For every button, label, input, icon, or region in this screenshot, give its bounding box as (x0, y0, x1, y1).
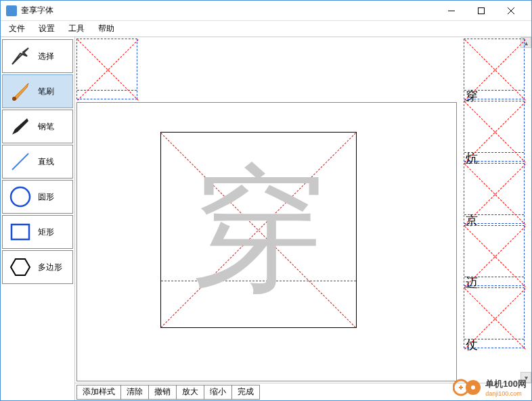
tool-polygon[interactable]: 多边形 (2, 250, 73, 284)
glyph-list-cell[interactable]: 仗 (464, 287, 525, 348)
svg-point-6 (11, 187, 30, 206)
toolbox: 选择 笔刷 钢笔 直线 圆形 矩形 (1, 37, 75, 400)
svg-rect-1 (479, 7, 485, 14)
svg-point-4 (12, 97, 16, 101)
watermark-brand: 单机100网 (485, 378, 527, 390)
titlebar: 奎享字体 (1, 1, 531, 21)
svg-marker-8 (11, 259, 30, 275)
tool-label: 圆形 (38, 191, 54, 203)
watermark-url: danji100.com (485, 390, 527, 397)
tool-select[interactable]: 选择 (2, 39, 73, 73)
done-button[interactable]: 完成 (231, 385, 260, 400)
add-style-button[interactable]: 添加样式 (76, 385, 121, 400)
close-button[interactable] (496, 1, 526, 20)
menu-file[interactable]: 文件 (3, 22, 30, 36)
zoom-in-button[interactable]: 放大 (176, 385, 204, 400)
clear-button[interactable]: 清除 (120, 385, 149, 400)
glyph-list-cell[interactable]: 迈 (464, 225, 525, 286)
circle-icon (7, 183, 34, 210)
canvas-area[interactable]: 穿 (75, 37, 458, 383)
tool-line[interactable]: 直线 (2, 145, 73, 179)
minimize-button[interactable] (437, 1, 466, 20)
glyph-char: 仗 (466, 337, 478, 353)
glyph-list-cell[interactable]: 炕 (464, 101, 525, 162)
menu-settings[interactable]: 设置 (33, 22, 60, 36)
tool-circle[interactable]: 圆形 (2, 180, 73, 214)
window-title: 奎享字体 (21, 5, 437, 16)
tool-label: 选择 (38, 51, 54, 62)
hexagon-icon (7, 254, 34, 281)
reference-grid-cell (76, 39, 137, 99)
tool-label: 笔刷 (38, 86, 54, 97)
watermark: 单机100网 danji100.com (453, 378, 527, 397)
zoom-out-button[interactable]: 缩小 (204, 385, 232, 400)
menu-help[interactable]: 帮助 (93, 22, 120, 36)
tool-label: 多边形 (38, 262, 62, 273)
tool-label: 直线 (38, 156, 54, 168)
glyph-list-cell[interactable]: 穿 (464, 39, 525, 99)
svg-rect-7 (12, 225, 29, 239)
svg-point-13 (471, 385, 475, 390)
glyph-side-list[interactable]: ▴ 穿 炕 京 迈 仗 ▾ (458, 37, 531, 383)
svg-line-5 (12, 154, 28, 170)
gamepad-icon (453, 378, 483, 397)
glyph-list-cell[interactable]: 京 (464, 163, 525, 224)
tool-label: 矩形 (38, 227, 54, 238)
maximize-button[interactable] (466, 1, 496, 20)
fountain-pen-icon (7, 113, 34, 140)
app-icon (6, 5, 17, 16)
undo-button[interactable]: 撤销 (148, 385, 177, 400)
brush-icon (7, 78, 34, 105)
line-icon (7, 148, 34, 175)
tool-pen[interactable]: 钢笔 (2, 110, 73, 143)
menu-tools[interactable]: 工具 (63, 22, 90, 36)
glyph-edit-cell[interactable]: 穿 (160, 132, 357, 328)
menubar: 文件 设置 工具 帮助 (1, 21, 531, 37)
tool-brush[interactable]: 笔刷 (2, 74, 73, 108)
arrow-cursor-icon (7, 43, 34, 70)
tool-label: 钢笔 (38, 121, 54, 133)
rectangle-icon (7, 218, 34, 245)
current-glyph: 穿 (161, 133, 356, 329)
tool-rect[interactable]: 矩形 (2, 215, 73, 249)
